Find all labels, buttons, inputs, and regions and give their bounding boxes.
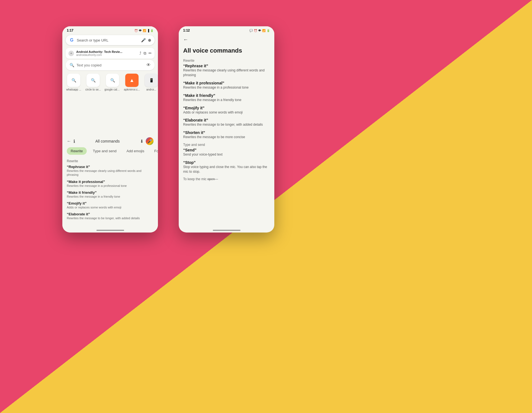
edit-icon[interactable]: ✏ bbox=[149, 51, 152, 56]
tab-title: Android Authority: Tech Revie... bbox=[76, 50, 137, 53]
right-cmd-friendly: “Make it friendly” Rewrites the message … bbox=[183, 93, 270, 102]
circle-icon: 🔍 bbox=[86, 74, 100, 87]
right-cmd-send-desc: Send your voice-typed text bbox=[183, 152, 270, 157]
search-action-icons: 🎤 ⊕ bbox=[141, 38, 151, 42]
right-cmd-stop-name: “Stop” bbox=[183, 160, 270, 165]
mic-voice-icon[interactable]: 🎤 bbox=[146, 137, 154, 145]
cmd-elaborate: “Elaborate it” Rewrites the message to b… bbox=[67, 212, 154, 220]
shortcut-google-cal[interactable]: 🔍 google cale... bbox=[104, 74, 121, 91]
tab-fo[interactable]: Fo bbox=[150, 147, 158, 155]
commands-list: Rewrite “Rephrase it” Rewrites the messa… bbox=[62, 157, 158, 233]
right-cmd-rephrase-name: “Rephrase it” bbox=[183, 64, 270, 68]
cmd-friendly: “Make it friendly” Rewrites the message … bbox=[67, 190, 154, 198]
cmd-rephrase: “Rephrase it” Rewrites the message clear… bbox=[67, 165, 154, 177]
cmd-rephrase-name: “Rephrase it” bbox=[67, 165, 154, 169]
battery-right-icon: 🔋 bbox=[267, 29, 270, 32]
time-right: 1:12 bbox=[183, 29, 190, 32]
right-cmd-shorten-name: “Shorten it” bbox=[183, 130, 270, 135]
section-header-rewrite: Rewrite bbox=[183, 59, 270, 63]
tab-type-send[interactable]: Type and send bbox=[89, 147, 120, 155]
clipboard-bar[interactable]: 🔍 Text you copied 👁 bbox=[66, 60, 155, 70]
signal-icon: ▐ bbox=[147, 29, 149, 32]
cmd-elaborate-name: “Elaborate it” bbox=[67, 212, 154, 216]
right-cmd-emojify-name: “Emojify it” bbox=[183, 106, 270, 110]
eye-clipboard-icon[interactable]: 👁 bbox=[146, 63, 151, 68]
shortcut-gcal-label: google cale... bbox=[104, 88, 121, 91]
right-cmd-rephrase-desc: Rewrites the message clearly using diffe… bbox=[183, 68, 270, 78]
info-icon[interactable]: ℹ bbox=[73, 139, 75, 144]
copy-icon[interactable]: ⧉ bbox=[144, 51, 146, 56]
right-cmd-friendly-desc: Rewrites the message in a friendly tone bbox=[183, 98, 270, 102]
cmd-emojify: “Emojify it” Adds or replaces some words… bbox=[67, 201, 154, 209]
google-logo: G bbox=[69, 37, 75, 43]
time-left: 1:17 bbox=[67, 29, 73, 32]
shortcut-circle[interactable]: 🔍 circle to se... bbox=[85, 74, 101, 91]
eye-icon: 👁 bbox=[139, 29, 142, 32]
right-cmd-elaborate-desc: Rewrites the message to be longer, with … bbox=[183, 122, 270, 127]
right-cmd-rephrase: “Rephrase it” Rewrites the message clear… bbox=[183, 64, 270, 78]
voice-commands-scroll: Rewrite “Rephrase it” Rewrites the messa… bbox=[179, 55, 274, 183]
status-bar-left: 1:17 ⏰ 👁 📶 ▐ 🔋 bbox=[62, 26, 158, 33]
share-icon[interactable]: ⤴ bbox=[139, 51, 141, 56]
search-placeholder: Search or type URL bbox=[77, 38, 139, 42]
cmd-professional-desc: Rewrites the message in a professional t… bbox=[67, 184, 154, 188]
clipboard-text: Text you copied bbox=[76, 63, 146, 67]
shortcut-apkmirror[interactable]: ▲ apkmirror.c... bbox=[124, 74, 140, 91]
apk-icon: ▲ bbox=[125, 74, 139, 87]
search-bar[interactable]: G Search or type URL 🎤 ⊕ bbox=[66, 35, 155, 45]
back-arrow-icon[interactable]: ← bbox=[67, 139, 71, 144]
section-rewrite-label: Rewrite bbox=[67, 159, 154, 163]
nav-line-left bbox=[96, 230, 124, 231]
right-cmd-elaborate: “Elaborate it” Rewrites the message to b… bbox=[183, 118, 270, 127]
voice-page-header: ← bbox=[179, 33, 274, 45]
android-icon: 📱 bbox=[145, 74, 158, 87]
shortcut-circle-label: circle to se... bbox=[85, 88, 101, 91]
shortcut-whatsapp-label: whatsapp ... bbox=[66, 88, 82, 91]
camera-icon[interactable]: ⊕ bbox=[148, 38, 151, 42]
right-cmd-professional: “Make it professional” Rewrites the mess… bbox=[183, 81, 270, 90]
wifi-icon: 📶 bbox=[143, 29, 146, 32]
back-button[interactable]: ← bbox=[183, 37, 188, 43]
shortcut-android[interactable]: 📱 androi... bbox=[143, 74, 158, 91]
whatsapp-status-icon: 💬 bbox=[249, 29, 253, 32]
tab-add-emojis[interactable]: Add emojis bbox=[122, 147, 148, 155]
shortcut-whatsapp[interactable]: 🔍 whatsapp ... bbox=[66, 74, 82, 91]
right-cmd-stop: “Stop” Stop voice typing and close the m… bbox=[183, 160, 270, 174]
right-cmd-stop-desc: Stop voice typing and close the mic. You… bbox=[183, 165, 270, 174]
tab-info: Android Authority: Tech Revie... android… bbox=[76, 50, 137, 56]
section-header-type-send: Type and send bbox=[183, 143, 270, 147]
mic-icon[interactable]: 🎤 bbox=[141, 38, 146, 42]
battery-icon: 🔋 bbox=[150, 29, 154, 32]
right-cmd-send: “Send” Send your voice-typed text bbox=[183, 148, 270, 157]
right-cmd-friendly-name: “Make it friendly” bbox=[183, 93, 270, 98]
alarm-right-icon: ⏰ bbox=[254, 29, 257, 32]
right-cmd-emojify: “Emojify it” Adds or replaces some words… bbox=[183, 106, 270, 115]
eye-right-icon: 👁 bbox=[258, 29, 261, 32]
status-icons-left: ⏰ 👁 📶 ▐ 🔋 bbox=[134, 29, 154, 32]
download-icon[interactable]: ⬇ bbox=[140, 139, 144, 144]
shortcut-apk-label: apkmirror.c... bbox=[124, 88, 140, 91]
status-bar-right: 1:12 💬 ⏰ 👁 📶 🔋 bbox=[179, 26, 274, 33]
gcal-icon: 🔍 bbox=[106, 74, 119, 87]
tab-rewrite[interactable]: Rewrite bbox=[67, 147, 87, 155]
cmd-rephrase-desc: Rewrites the message clearly using diffe… bbox=[67, 169, 154, 177]
wifi-right-icon: 📶 bbox=[262, 29, 265, 32]
right-cmd-shorten-desc: Rewrites the message to be more concise bbox=[183, 135, 270, 140]
right-cmd-elaborate-name: “Elaborate it” bbox=[183, 118, 270, 122]
alarm-icon: ⏰ bbox=[134, 29, 138, 32]
tab-favicon: A bbox=[68, 51, 74, 56]
cmd-friendly-name: “Make it friendly” bbox=[67, 190, 154, 195]
cmd-emojify-name: “Emojify it” bbox=[67, 201, 154, 205]
tab-url: androidauthority.com bbox=[76, 53, 137, 56]
right-cmd-professional-desc: Rewrites the message in a professional t… bbox=[183, 85, 270, 90]
voice-panel: ← ℹ All commands ⬇ 🎤 Rewrite Type and se… bbox=[62, 133, 158, 233]
cmd-friendly-desc: Rewrites the message in a friendly tone bbox=[67, 195, 154, 198]
cmd-professional-name: “Make it professional” bbox=[67, 180, 154, 184]
voice-page-title: All voice commands bbox=[179, 45, 274, 55]
status-icons-right: 💬 ⏰ 👁 📶 🔋 bbox=[249, 29, 270, 32]
right-cmd-shorten: “Shorten it” Rewrites the message to be … bbox=[183, 130, 270, 140]
right-cmd-emojify-desc: Adds or replaces some words with emoji bbox=[183, 110, 270, 115]
cmd-professional: “Make it professional” Rewrites the mess… bbox=[67, 180, 154, 188]
voice-panel-title: All commands bbox=[77, 139, 138, 143]
tab-bar[interactable]: A Android Authority: Tech Revie... andro… bbox=[66, 48, 155, 59]
